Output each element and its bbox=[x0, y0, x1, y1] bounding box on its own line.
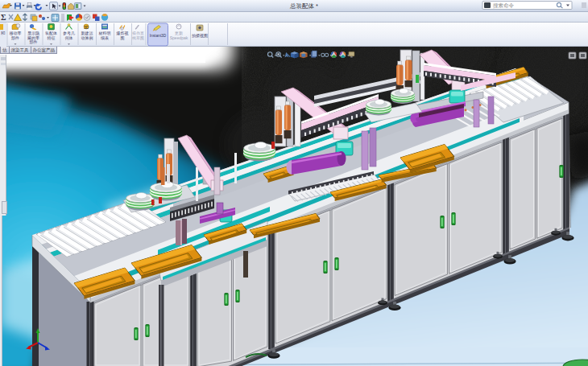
svg-text:何体: 何体 bbox=[65, 35, 73, 41]
svg-text:动算例: 动算例 bbox=[81, 35, 93, 41]
svg-text:部件: 部件 bbox=[11, 35, 19, 41]
svg-text:图: 图 bbox=[121, 35, 125, 41]
svg-text:搜索命令: 搜索命令 bbox=[493, 2, 515, 9]
svg-text:3D: 3D bbox=[84, 25, 89, 30]
svg-text:和: 和 bbox=[1, 31, 5, 35]
svg-text:总装配体 *: 总装配体 * bbox=[289, 2, 318, 10]
svg-text:拍摄视图: 拍摄视图 bbox=[192, 33, 208, 39]
svg-text:线草图: 线草图 bbox=[132, 35, 144, 41]
svg-text:Speedpak: Speedpak bbox=[170, 35, 188, 40]
svg-text:细表: 细表 bbox=[101, 35, 109, 41]
svg-text:特征: 特征 bbox=[48, 35, 56, 41]
svg-text:部件: 部件 bbox=[30, 39, 38, 45]
svg-text:Σ: Σ bbox=[1, 13, 6, 22]
svg-text:Instant3D: Instant3D bbox=[150, 34, 167, 38]
